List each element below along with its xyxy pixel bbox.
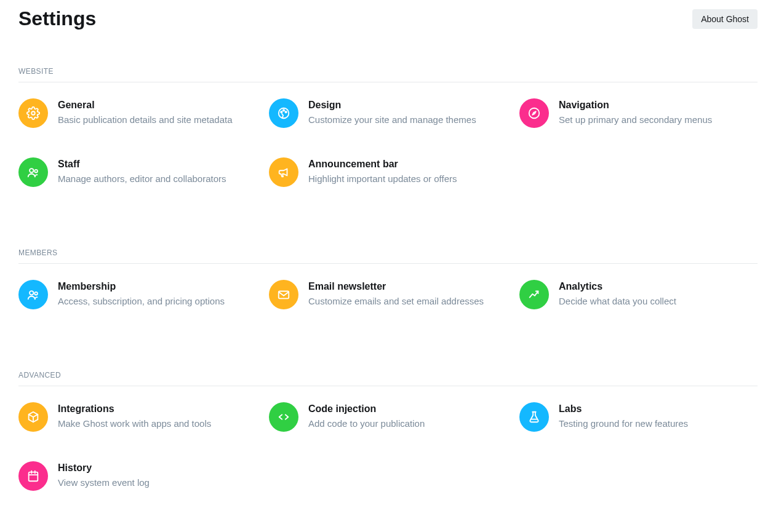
- settings-card-general[interactable]: General Basic publication details and si…: [18, 98, 257, 128]
- section-members: MEMBERS Membership Access, subscription,…: [18, 248, 758, 309]
- card-title: Navigation: [559, 100, 712, 111]
- code-icon: [269, 402, 298, 432]
- page-title: Settings: [18, 7, 96, 30]
- section-label-website: WEBSITE: [18, 67, 758, 82]
- palette-icon: [269, 98, 298, 128]
- card-desc: View system event log: [58, 476, 150, 489]
- calendar-icon: [18, 461, 48, 491]
- card-desc: Manage authors, editor and collaborators: [58, 172, 226, 185]
- card-title: Analytics: [559, 281, 676, 292]
- card-title: Integrations: [58, 403, 211, 415]
- card-desc: Customize emails and set email addresses: [308, 295, 484, 308]
- mail-icon: [269, 280, 298, 309]
- gear-icon: [18, 98, 48, 128]
- section-advanced: ADVANCED Integrations Make Ghost work wi…: [18, 371, 758, 491]
- settings-card-navigation[interactable]: Navigation Set up primary and secondary …: [519, 98, 758, 128]
- settings-card-analytics[interactable]: Analytics Decide what data you collect: [519, 280, 758, 309]
- card-desc: Make Ghost work with apps and tools: [58, 417, 211, 430]
- card-title: History: [58, 463, 150, 474]
- card-desc: Add code to your publication: [308, 417, 425, 430]
- settings-card-integrations[interactable]: Integrations Make Ghost work with apps a…: [18, 402, 257, 432]
- section-label-members: MEMBERS: [18, 248, 758, 264]
- section-label-advanced: ADVANCED: [18, 371, 758, 386]
- box-icon: [18, 402, 48, 432]
- settings-card-announcement[interactable]: Announcement bar Highlight important upd…: [269, 157, 507, 187]
- card-desc: Access, subscription, and pricing option…: [58, 295, 225, 308]
- settings-card-membership[interactable]: Membership Access, subscription, and pri…: [18, 280, 257, 309]
- about-ghost-button[interactable]: About Ghost: [692, 9, 758, 29]
- chart-icon: [519, 280, 549, 309]
- card-desc: Basic publication details and site metad…: [58, 113, 233, 126]
- card-title: Email newsletter: [308, 281, 484, 292]
- card-desc: Customize your site and manage themes: [308, 113, 476, 126]
- users-icon: [18, 280, 48, 309]
- card-title: Code injection: [308, 403, 425, 415]
- settings-card-codeinjection[interactable]: Code injection Add code to your publicat…: [269, 402, 507, 432]
- users-icon: [18, 157, 48, 187]
- card-desc: Testing ground for new features: [559, 417, 688, 430]
- flask-icon: [519, 402, 549, 432]
- card-title: General: [58, 100, 233, 111]
- card-desc: Set up primary and secondary menus: [559, 113, 712, 126]
- card-desc: Highlight important updates or offers: [308, 172, 457, 185]
- card-title: Labs: [559, 403, 688, 415]
- settings-card-history[interactable]: History View system event log: [18, 461, 257, 491]
- card-desc: Decide what data you collect: [559, 295, 676, 308]
- card-title: Staff: [58, 159, 226, 170]
- card-title: Announcement bar: [308, 159, 457, 170]
- settings-card-design[interactable]: Design Customize your site and manage th…: [269, 98, 507, 128]
- settings-card-labs[interactable]: Labs Testing ground for new features: [519, 402, 758, 432]
- settings-card-staff[interactable]: Staff Manage authors, editor and collabo…: [18, 157, 257, 187]
- card-title: Membership: [58, 281, 225, 292]
- settings-card-email[interactable]: Email newsletter Customize emails and se…: [269, 280, 507, 309]
- compass-icon: [519, 98, 549, 128]
- megaphone-icon: [269, 157, 298, 187]
- section-website: WEBSITE General Basic publication detail…: [18, 67, 758, 187]
- card-title: Design: [308, 100, 476, 111]
